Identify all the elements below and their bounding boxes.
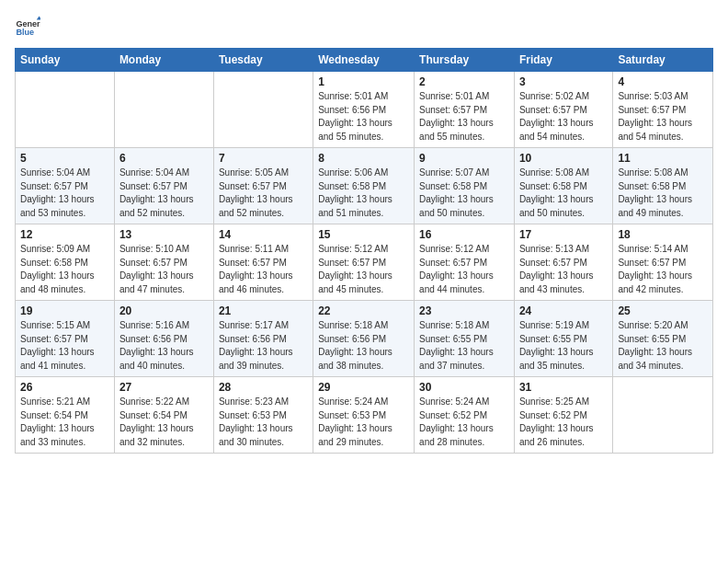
- calendar-cell: 22Sunrise: 5:18 AM Sunset: 6:56 PM Dayli…: [313, 301, 415, 377]
- day-info: Sunrise: 5:12 AM Sunset: 6:57 PM Dayligh…: [419, 243, 509, 296]
- day-number: 25: [618, 304, 708, 317]
- calendar-cell: 8Sunrise: 5:06 AM Sunset: 6:58 PM Daylig…: [313, 148, 415, 224]
- day-info: Sunrise: 5:19 AM Sunset: 6:55 PM Dayligh…: [519, 319, 608, 373]
- day-info: Sunrise: 5:05 AM Sunset: 6:57 PM Dayligh…: [219, 167, 308, 220]
- calendar-cell: 18Sunrise: 5:14 AM Sunset: 6:57 PM Dayli…: [613, 224, 713, 301]
- day-info: Sunrise: 5:15 AM Sunset: 6:57 PM Dayligh…: [20, 319, 109, 373]
- svg-marker-2: [37, 16, 40, 19]
- day-info: Sunrise: 5:02 AM Sunset: 6:57 PM Dayligh…: [519, 90, 608, 144]
- calendar-cell: 11Sunrise: 5:08 AM Sunset: 6:58 PM Dayli…: [613, 148, 713, 224]
- calendar-cell: 24Sunrise: 5:19 AM Sunset: 6:55 PM Dayli…: [514, 301, 612, 377]
- day-info: Sunrise: 5:03 AM Sunset: 6:57 PM Dayligh…: [618, 90, 708, 144]
- day-number: 17: [519, 228, 608, 241]
- day-of-week-header: Friday: [514, 49, 612, 72]
- day-info: Sunrise: 5:01 AM Sunset: 6:57 PM Dayligh…: [419, 90, 509, 144]
- calendar-cell: 21Sunrise: 5:17 AM Sunset: 6:56 PM Dayli…: [213, 301, 313, 377]
- day-number: 24: [519, 304, 608, 317]
- day-of-week-header: Tuesday: [213, 49, 313, 72]
- day-info: Sunrise: 5:09 AM Sunset: 6:58 PM Dayligh…: [20, 243, 109, 296]
- calendar-cell: 13Sunrise: 5:10 AM Sunset: 6:57 PM Dayli…: [114, 224, 213, 301]
- day-number: 7: [219, 152, 308, 165]
- day-info: Sunrise: 5:20 AM Sunset: 6:55 PM Dayligh…: [618, 319, 708, 373]
- day-number: 10: [519, 152, 608, 165]
- svg-text:Blue: Blue: [16, 28, 34, 37]
- logo: General Blue: [15, 15, 42, 40]
- day-number: 11: [618, 152, 708, 165]
- day-number: 22: [318, 304, 409, 317]
- calendar-cell: [613, 377, 713, 454]
- calendar-cell: 20Sunrise: 5:16 AM Sunset: 6:56 PM Dayli…: [114, 301, 213, 377]
- day-number: 8: [318, 152, 409, 165]
- day-number: 20: [119, 304, 209, 317]
- calendar-cell: 27Sunrise: 5:22 AM Sunset: 6:54 PM Dayli…: [114, 377, 213, 454]
- day-info: Sunrise: 5:12 AM Sunset: 6:57 PM Dayligh…: [318, 243, 409, 296]
- day-of-week-header: Monday: [114, 49, 213, 72]
- calendar-cell: 25Sunrise: 5:20 AM Sunset: 6:55 PM Dayli…: [613, 301, 713, 377]
- day-info: Sunrise: 5:11 AM Sunset: 6:57 PM Dayligh…: [219, 243, 308, 296]
- calendar-cell: 5Sunrise: 5:04 AM Sunset: 6:57 PM Daylig…: [16, 148, 115, 224]
- day-info: Sunrise: 5:16 AM Sunset: 6:56 PM Dayligh…: [119, 319, 209, 373]
- calendar-cell: 7Sunrise: 5:05 AM Sunset: 6:57 PM Daylig…: [213, 148, 313, 224]
- calendar-table: SundayMondayTuesdayWednesdayThursdayFrid…: [15, 48, 713, 454]
- day-info: Sunrise: 5:17 AM Sunset: 6:56 PM Dayligh…: [219, 319, 308, 373]
- day-number: 6: [119, 152, 209, 165]
- calendar-cell: 16Sunrise: 5:12 AM Sunset: 6:57 PM Dayli…: [415, 224, 515, 301]
- calendar-cell: [16, 72, 115, 148]
- logo-icon: General Blue: [15, 15, 40, 40]
- day-number: 2: [419, 75, 509, 88]
- calendar-cell: [114, 72, 213, 148]
- day-info: Sunrise: 5:10 AM Sunset: 6:57 PM Dayligh…: [119, 243, 209, 296]
- day-number: 27: [119, 381, 209, 394]
- day-info: Sunrise: 5:04 AM Sunset: 6:57 PM Dayligh…: [20, 167, 109, 220]
- day-number: 15: [318, 228, 409, 241]
- day-number: 31: [519, 381, 608, 394]
- calendar-cell: 26Sunrise: 5:21 AM Sunset: 6:54 PM Dayli…: [16, 377, 115, 454]
- day-info: Sunrise: 5:24 AM Sunset: 6:52 PM Dayligh…: [419, 396, 509, 449]
- day-info: Sunrise: 5:06 AM Sunset: 6:58 PM Dayligh…: [318, 167, 409, 220]
- calendar-cell: 3Sunrise: 5:02 AM Sunset: 6:57 PM Daylig…: [514, 72, 612, 148]
- day-number: 3: [519, 75, 608, 88]
- day-info: Sunrise: 5:21 AM Sunset: 6:54 PM Dayligh…: [20, 396, 109, 449]
- calendar-cell: 28Sunrise: 5:23 AM Sunset: 6:53 PM Dayli…: [213, 377, 313, 454]
- day-number: 29: [318, 381, 409, 394]
- day-info: Sunrise: 5:24 AM Sunset: 6:53 PM Dayligh…: [318, 396, 409, 449]
- day-number: 5: [20, 152, 109, 165]
- day-number: 18: [618, 228, 708, 241]
- day-info: Sunrise: 5:22 AM Sunset: 6:54 PM Dayligh…: [119, 396, 209, 449]
- day-info: Sunrise: 5:04 AM Sunset: 6:57 PM Dayligh…: [119, 167, 209, 220]
- day-number: 4: [618, 75, 708, 88]
- day-info: Sunrise: 5:01 AM Sunset: 6:56 PM Dayligh…: [318, 90, 409, 144]
- day-info: Sunrise: 5:18 AM Sunset: 6:55 PM Dayligh…: [419, 319, 509, 373]
- day-number: 21: [219, 304, 308, 317]
- svg-text:General: General: [16, 19, 40, 29]
- day-number: 16: [419, 228, 509, 241]
- calendar-cell: 29Sunrise: 5:24 AM Sunset: 6:53 PM Dayli…: [313, 377, 415, 454]
- calendar-cell: 4Sunrise: 5:03 AM Sunset: 6:57 PM Daylig…: [613, 72, 713, 148]
- day-info: Sunrise: 5:08 AM Sunset: 6:58 PM Dayligh…: [618, 167, 708, 220]
- day-number: 13: [119, 228, 209, 241]
- day-info: Sunrise: 5:13 AM Sunset: 6:57 PM Dayligh…: [519, 243, 608, 296]
- day-info: Sunrise: 5:18 AM Sunset: 6:56 PM Dayligh…: [318, 319, 409, 373]
- day-of-week-header: Wednesday: [313, 49, 415, 72]
- day-of-week-header: Sunday: [16, 49, 115, 72]
- day-info: Sunrise: 5:14 AM Sunset: 6:57 PM Dayligh…: [618, 243, 708, 296]
- day-number: 26: [20, 381, 109, 394]
- day-info: Sunrise: 5:23 AM Sunset: 6:53 PM Dayligh…: [219, 396, 308, 449]
- calendar-cell: 6Sunrise: 5:04 AM Sunset: 6:57 PM Daylig…: [114, 148, 213, 224]
- calendar-cell: 1Sunrise: 5:01 AM Sunset: 6:56 PM Daylig…: [313, 72, 415, 148]
- calendar-cell: 17Sunrise: 5:13 AM Sunset: 6:57 PM Dayli…: [514, 224, 612, 301]
- day-number: 23: [419, 304, 509, 317]
- day-number: 9: [419, 152, 509, 165]
- calendar-cell: 19Sunrise: 5:15 AM Sunset: 6:57 PM Dayli…: [16, 301, 115, 377]
- day-number: 12: [20, 228, 109, 241]
- day-info: Sunrise: 5:25 AM Sunset: 6:52 PM Dayligh…: [519, 396, 608, 449]
- calendar-cell: 14Sunrise: 5:11 AM Sunset: 6:57 PM Dayli…: [213, 224, 313, 301]
- calendar-cell: 2Sunrise: 5:01 AM Sunset: 6:57 PM Daylig…: [415, 72, 515, 148]
- calendar-cell: 30Sunrise: 5:24 AM Sunset: 6:52 PM Dayli…: [415, 377, 515, 454]
- day-number: 30: [419, 381, 509, 394]
- day-info: Sunrise: 5:07 AM Sunset: 6:58 PM Dayligh…: [419, 167, 509, 220]
- calendar-cell: 23Sunrise: 5:18 AM Sunset: 6:55 PM Dayli…: [415, 301, 515, 377]
- day-of-week-header: Thursday: [415, 49, 515, 72]
- day-info: Sunrise: 5:08 AM Sunset: 6:58 PM Dayligh…: [519, 167, 608, 220]
- day-number: 1: [318, 75, 409, 88]
